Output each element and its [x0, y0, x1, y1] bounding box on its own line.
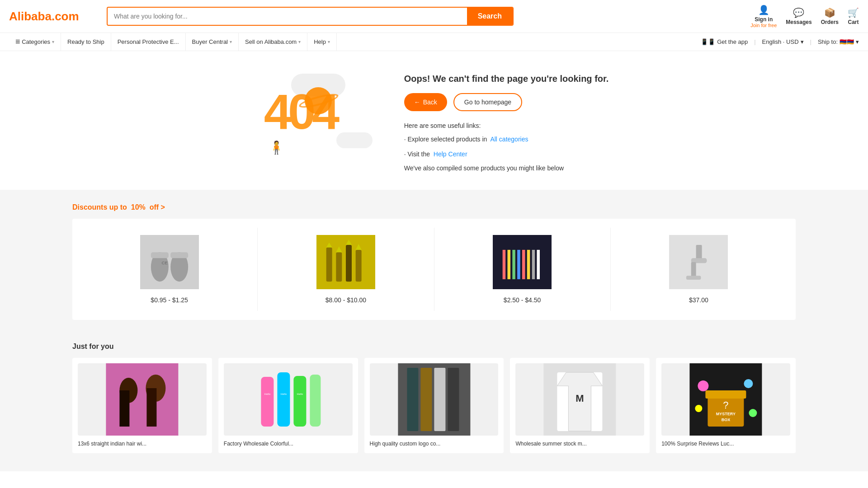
- jfy-label-1: Factory Wholesale Colorful...: [224, 440, 353, 448]
- header: Alibaba.com Search Sign in Join for free…: [0, 0, 868, 33]
- nav-categories[interactable]: Categories ▾: [9, 33, 61, 51]
- jfy-image-2: [370, 363, 499, 436]
- svg-point-55: [695, 405, 703, 412]
- chevron-down-icon-4: ▾: [328, 39, 330, 44]
- svg-rect-34: [293, 376, 306, 427]
- svg-rect-35: [310, 375, 321, 427]
- get-app-item[interactable]: 📱 Get the app: [701, 38, 748, 45]
- svg-text:M: M: [576, 393, 584, 404]
- svg-marker-9: [326, 243, 332, 248]
- svg-rect-41: [420, 368, 432, 431]
- product-image-1: [316, 235, 375, 289]
- svg-rect-3: [170, 253, 188, 258]
- nav-ready-to-ship[interactable]: Ready to Ship: [61, 33, 111, 51]
- svg-rect-16: [512, 250, 515, 279]
- svg-text:MYSTERY: MYSTERY: [716, 412, 736, 416]
- product-price-0: $0.95 - $1.25: [151, 296, 188, 304]
- svg-rect-43: [448, 368, 459, 431]
- product-price-1: $8.00 - $10.00: [326, 296, 366, 304]
- product-card-3[interactable]: $37.00: [611, 228, 787, 311]
- all-categories-link[interactable]: All categories: [490, 136, 528, 143]
- jfy-card-0[interactable]: 13x6 straight indian hair wi...: [72, 358, 212, 453]
- product-price-3: $37.00: [689, 296, 708, 304]
- help-label: Help: [314, 38, 326, 45]
- product-card-2[interactable]: $2.50 - $4.50: [434, 228, 611, 311]
- jfy-label-0: 13x6 straight indian hair wi...: [78, 440, 207, 448]
- cloud-decoration-2: [336, 132, 373, 148]
- logo[interactable]: Alibaba.com: [9, 9, 79, 23]
- messages-action[interactable]: Messages: [786, 7, 811, 25]
- jfy-card-3[interactable]: M Wholesale summer stock m...: [510, 358, 650, 453]
- svg-text:Hello: Hello: [280, 393, 287, 395]
- language-selector[interactable]: English · USD ▾: [762, 38, 804, 45]
- just-for-you-section: Just for you 13x6 straight indian hair w…: [0, 333, 868, 471]
- svg-point-54: [744, 379, 753, 388]
- nav-sell[interactable]: Sell on Alibaba.com ▾: [239, 33, 307, 51]
- search-input[interactable]: [108, 8, 467, 24]
- help-center-link[interactable]: Help Center: [434, 150, 467, 158]
- svg-rect-2: [151, 253, 168, 258]
- homepage-button[interactable]: Go to homepage: [453, 93, 522, 111]
- orders-label: Orders: [821, 19, 839, 25]
- search-button[interactable]: Search: [467, 8, 513, 25]
- jfy-label-3: Wholesale summer stock m...: [515, 440, 644, 448]
- product-card-1[interactable]: $8.00 - $10.00: [258, 228, 434, 311]
- chevron-down-icon-6: ▾: [856, 38, 859, 45]
- nav-separator-2: |: [810, 38, 811, 45]
- ship-to-selector[interactable]: Ship to: 🇦🇲 ▾: [818, 38, 859, 45]
- chevron-down-icon: ▾: [52, 39, 54, 44]
- search-bar: Search: [107, 7, 514, 26]
- discounts-suffix: off >: [150, 203, 165, 211]
- jfy-card-1[interactable]: Hello Hello Hello Factory Wholesale Colo…: [218, 358, 358, 453]
- discounts-section: Discounts up to 10% off > CE $0.95 - $1.…: [0, 190, 868, 333]
- jfy-card-2[interactable]: High quality custom logo co...: [364, 358, 504, 453]
- header-actions: Sign in Join for free Messages Orders Ca…: [750, 5, 859, 28]
- svg-text:BOX: BOX: [722, 418, 731, 422]
- product-price-2: $2.50 - $4.50: [504, 296, 541, 304]
- svg-marker-12: [356, 244, 362, 250]
- svg-rect-42: [434, 368, 445, 431]
- jfy-image-4: MYSTERY BOX ?: [661, 363, 790, 436]
- svg-rect-22: [696, 245, 702, 260]
- messages-icon: [793, 7, 804, 18]
- product-card-0[interactable]: CE $0.95 - $1.25: [81, 228, 258, 311]
- error-buttons: Back Go to homepage: [404, 93, 609, 111]
- discounts-header[interactable]: Discounts up to 10% off >: [72, 203, 796, 211]
- discount-percent: 10%: [131, 203, 146, 211]
- back-button[interactable]: Back: [404, 93, 447, 111]
- sell-label: Sell on Alibaba.com: [245, 38, 297, 45]
- nav-buyer-central[interactable]: Buyer Central ▾: [186, 33, 239, 51]
- orders-action[interactable]: Orders: [821, 7, 839, 25]
- back-btn-label: Back: [423, 99, 437, 106]
- nav-personal-protective[interactable]: Personal Protective E...: [111, 33, 186, 51]
- svg-rect-14: [503, 250, 506, 279]
- svg-rect-6: [336, 253, 342, 282]
- explore-text: · Explore selected products in: [404, 136, 487, 143]
- visit-link-line: · Visit the Help Center: [404, 149, 609, 160]
- jfy-label-2: High quality custom logo co...: [370, 440, 499, 448]
- categories-label: Categories: [22, 38, 50, 45]
- svg-rect-20: [532, 250, 535, 279]
- cart-action[interactable]: Cart: [848, 7, 859, 25]
- svg-rect-7: [346, 245, 352, 282]
- jfy-image-0: [78, 363, 207, 436]
- product-image-3: [669, 235, 728, 289]
- join-free-label[interactable]: Join for free: [750, 23, 777, 28]
- chevron-down-icon-5: ▾: [801, 38, 804, 45]
- sign-in-action[interactable]: Sign in Join for free: [750, 5, 777, 28]
- svg-rect-33: [277, 372, 290, 427]
- product-image-2: [493, 235, 552, 289]
- nav-right-area: 📱 Get the app | English · USD ▾ | Ship t…: [701, 38, 859, 45]
- logo-area[interactable]: Alibaba.com: [9, 9, 99, 23]
- useful-links-header: Here are some useful links:: [404, 122, 609, 129]
- ship-to-label: Ship to:: [818, 38, 838, 45]
- explore-link-line: · Explore selected products in All categ…: [404, 134, 609, 145]
- nav-help[interactable]: Help ▾: [307, 33, 337, 51]
- cart-label: Cart: [848, 19, 859, 25]
- nav-bar: Categories ▾ Ready to Ship Personal Prot…: [0, 33, 868, 51]
- jfy-card-4[interactable]: MYSTERY BOX ? 100% Surprise Reviews Luc.…: [656, 358, 796, 453]
- chevron-down-icon-3: ▾: [298, 39, 301, 44]
- jfy-products-grid: 13x6 straight indian hair wi... Hello He…: [72, 358, 796, 453]
- figure-decoration: 🧍: [269, 140, 284, 155]
- discounts-prefix: Discounts up to: [72, 203, 127, 211]
